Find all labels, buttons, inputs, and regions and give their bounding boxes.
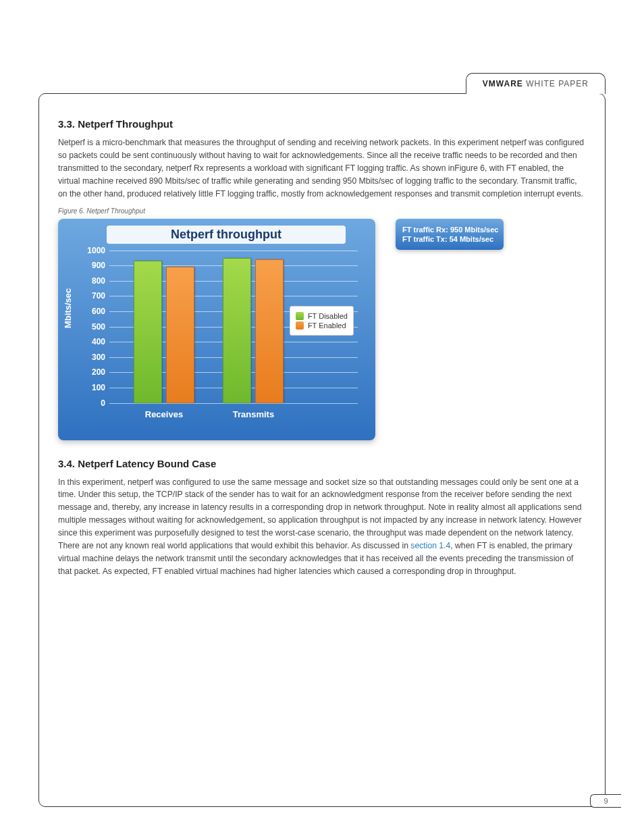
bar-ft-enabled-transmits [255,259,284,402]
figure-row: Netperf throughput Mbits/sec 01002003004… [58,219,586,440]
section-heading-3-3: 3.3. Netperf Throughput [58,118,586,130]
y-tick-label: 100 [82,383,105,392]
legend-swatch-orange-icon [296,321,304,330]
ft-traffic-rx: FT traffic Rx: 950 Mbits/sec [402,226,497,234]
chart-title: Netperf throughput [107,226,346,244]
header-label: WHITE PAPER [526,79,589,88]
y-tick-label: 700 [82,291,105,301]
y-tick-label: 500 [82,322,105,332]
grid-line [109,403,358,404]
legend-row-ft-enabled: FT Enabled [296,321,348,330]
ft-traffic-box: FT traffic Rx: 950 Mbits/sec FT traffic … [396,219,504,250]
y-tick-label: 1000 [82,246,105,255]
section-3-3-paragraph: Netperf is a micro-benchmark that measur… [58,136,586,201]
y-axis-title: Mbits/sec [63,288,73,328]
legend-swatch-green-icon [296,312,304,320]
y-tick-label: 400 [82,337,105,346]
ft-traffic-tx: FT traffic Tx: 54 Mbits/sec [402,235,497,243]
chart-panel: Netperf throughput Mbits/sec 01002003004… [58,219,375,440]
plot-area: 01002003004005006007008009001000 Receive… [109,251,358,403]
y-tick-label: 300 [82,353,105,362]
bar-ft-enabled-receives [166,267,194,402]
legend-label-ft-enabled: FT Enabled [308,321,346,330]
y-tick-label: 200 [82,367,105,377]
chart-body: Mbits/sec 010020030040050060070080090010… [63,248,370,423]
bar-ft-disabled-receives [134,261,162,402]
header-brand: VMWARE [483,79,523,88]
legend-label-ft-disabled: FT Disabled [308,312,348,320]
page-frame: 3.3. Netperf Throughput Netperf is a mic… [38,93,606,807]
y-tick-label: 900 [82,261,105,270]
section-heading-3-4: 3.4. Netperf Latency Bound Case [58,458,586,469]
page-number: 9 [590,794,621,808]
header-tab: VMWARE WHITE PAPER [466,73,606,94]
legend-row-ft-disabled: FT Disabled [296,312,348,320]
y-tick-label: 800 [82,276,105,286]
bar-ft-disabled-transmits [223,258,251,403]
y-tick-label: 0 [82,398,105,408]
y-tick-label: 600 [82,307,105,316]
para-pre: In this experiment, netperf was configur… [58,477,581,551]
section-link-1-4[interactable]: section 1.4 [410,541,450,550]
legend: FT Disabled FT Enabled [290,306,354,336]
figure-caption: Figure 6. Netperf Throughput [58,207,586,215]
section-3-4-paragraph: In this experiment, netperf was configur… [58,476,586,578]
category-label: Transmits [206,409,300,419]
category-label: Receives [117,409,211,419]
